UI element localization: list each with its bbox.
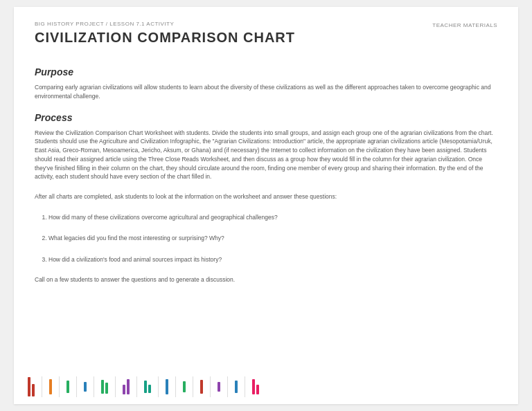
- bar-group-12: [235, 381, 238, 393]
- header: BIG HISTORY PROJECT / LESSON 7.1 ACTIVIT…: [14, 7, 518, 53]
- bar-divider: [115, 376, 116, 397]
- bar-group-9: [183, 381, 186, 392]
- bar-divider: [42, 376, 42, 397]
- header-left: BIG HISTORY PROJECT / LESSON 7.1 ACTIVIT…: [35, 21, 295, 46]
- bar-item: [144, 381, 147, 393]
- bar-divider: [136, 376, 137, 397]
- teacher-materials-label: TEACHER MATERIALS: [432, 21, 497, 28]
- bar-group-10: [200, 380, 203, 394]
- bar-group-13: [252, 379, 259, 394]
- bar-divider: [227, 376, 228, 397]
- bar-item: [105, 383, 108, 394]
- purpose-text: Comparing early agrarian civilizations w…: [35, 83, 497, 101]
- bar-item: [127, 379, 130, 394]
- bar-group-6: [123, 379, 130, 394]
- breadcrumb: BIG HISTORY PROJECT / LESSON 7.1 ACTIVIT…: [35, 21, 295, 27]
- bar-group-4: [84, 382, 87, 392]
- bar-item: [166, 379, 168, 394]
- bar-item: [183, 381, 186, 392]
- bar-group-1: [28, 377, 35, 396]
- bar-divider: [210, 376, 211, 397]
- bar-divider: [59, 376, 60, 397]
- process-paragraph1: Review the Civilization Comparison Chart…: [35, 129, 497, 182]
- bar-item: [200, 380, 203, 394]
- bar-divider: [245, 376, 245, 397]
- purpose-section: Purpose Comparing early agrarian civiliz…: [35, 66, 497, 101]
- process-paragraph2: After all charts are completed, ask stud…: [35, 192, 497, 201]
- content: Purpose Comparing early agrarian civiliz…: [14, 53, 518, 302]
- bar-item: [218, 382, 220, 392]
- bar-item: [28, 377, 30, 396]
- bar-item: [84, 382, 87, 392]
- bar-item: [49, 379, 52, 394]
- bar-divider: [193, 376, 193, 397]
- bar-divider: [94, 376, 94, 397]
- page-title: CIVILIZATION COMPARISON CHART: [35, 30, 295, 46]
- question-3: How did a civilization's food and animal…: [48, 255, 497, 264]
- bar-divider: [76, 376, 77, 397]
- bar-group-5: [101, 380, 108, 394]
- bar-item: [148, 385, 151, 393]
- process-title: Process: [35, 112, 497, 123]
- bar-item: [101, 380, 104, 394]
- question-1: How did many of these civilizations over…: [48, 212, 497, 222]
- page: BIG HISTORY PROJECT / LESSON 7.1 ACTIVIT…: [14, 7, 518, 404]
- bar-item: [256, 385, 259, 394]
- bar-group-11: [218, 382, 220, 392]
- process-paragraph3: Call on a few students to answer the que…: [35, 275, 497, 284]
- bar-divider: [175, 376, 176, 397]
- bar-item: [252, 379, 255, 394]
- purpose-title: Purpose: [35, 66, 497, 77]
- bar-item: [66, 381, 69, 393]
- bar-item: [235, 381, 238, 393]
- bottom-bar: [14, 369, 518, 404]
- bar-group-7: [144, 381, 151, 393]
- bar-group-3: [66, 381, 69, 393]
- bar-divider: [158, 376, 159, 397]
- bar-item: [32, 384, 35, 396]
- bar-item: [123, 385, 125, 394]
- process-section: Process Review the Civilization Comparis…: [35, 112, 497, 284]
- questions-list: How did many of these civilizations over…: [48, 212, 497, 264]
- bar-group-8: [166, 379, 168, 394]
- question-2: What legacies did you find the most inte…: [48, 233, 497, 243]
- bar-group-2: [49, 379, 52, 394]
